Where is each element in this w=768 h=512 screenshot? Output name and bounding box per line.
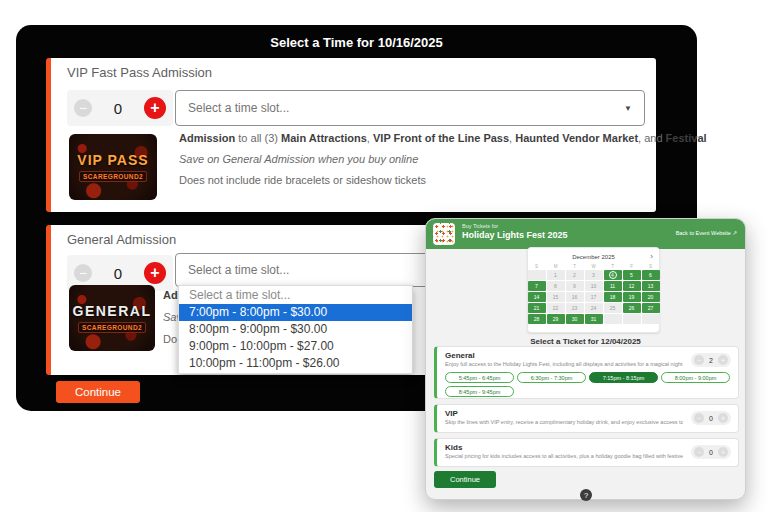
minus-icon[interactable]: −	[74, 99, 92, 117]
calendar-day[interactable]: 13	[642, 281, 660, 291]
plus-icon[interactable]: +	[144, 97, 166, 119]
calendar-day-grid: 1234567891011121314151617181920212223242…	[528, 270, 659, 324]
general-select-placeholder: Select a time slot...	[188, 263, 289, 277]
time-slot-pill-selected[interactable]: 7:15pm - 8:15pm	[589, 372, 658, 383]
weekday-label: M	[547, 263, 565, 270]
plus-icon[interactable]: +	[718, 447, 728, 457]
general-quantity-value: 0	[114, 265, 122, 282]
general-pass-image: GENERAL SCAREGROUND2	[69, 285, 155, 351]
help-icon[interactable]: ?	[580, 489, 592, 501]
vip-ticket-card: VIP Fast Pass Admission − 0 + Select a t…	[46, 58, 656, 212]
external-link-icon: ↗	[732, 230, 737, 236]
weekday-label: F	[623, 263, 641, 270]
calendar-day: 2	[566, 270, 584, 280]
continue-button[interactable]: Continue	[434, 471, 496, 488]
ticket-description: Enjoy full access to the Holiday Lights …	[445, 361, 683, 367]
vip-description-line2: Save on General Admission when you buy o…	[179, 153, 418, 165]
plus-icon[interactable]: +	[144, 262, 166, 284]
chevron-down-icon: ▼	[624, 104, 632, 113]
time-slot-pill[interactable]: 5:45pm - 6:45pm	[445, 372, 514, 383]
calendar-day[interactable]: 20	[642, 292, 660, 302]
widget-header-text: Buy Tickets for Holiday Lights Fest 2025	[462, 223, 568, 240]
general-quantity-stepper: − 2 +	[691, 353, 731, 367]
calendar-day-selected[interactable]: 4	[604, 270, 622, 280]
calendar-day-empty	[604, 314, 622, 324]
weekday-label: T	[604, 263, 622, 270]
ticket-description: Skip the lines with VIP entry, receive a…	[445, 419, 683, 425]
scareground-logo: SCAREGROUND2	[78, 322, 146, 333]
calendar-day[interactable]: 19	[623, 292, 641, 302]
vip-select-placeholder: Select a time slot...	[188, 101, 289, 115]
general-image-title: GENERAL	[73, 303, 152, 319]
description-segment: Admission	[179, 132, 235, 144]
description-segment: Haunted Vendor Market	[515, 132, 638, 144]
calendar-day[interactable]: 5	[623, 270, 641, 280]
kids-quantity-stepper: − 0 +	[691, 445, 731, 459]
back-link-label: Back to Event Website	[676, 230, 731, 236]
calendar-day: 23	[566, 303, 584, 313]
calendar-day: 1	[547, 270, 565, 280]
time-slot-pills: 5:45pm - 6:45pm6:30pm - 7:30pm7:15pm - 8…	[445, 372, 737, 397]
weekday-label: S	[642, 263, 660, 270]
vip-time-slot-select[interactable]: Select a time slot... ▼	[175, 90, 645, 126]
calendar-day[interactable]: 26	[623, 303, 641, 313]
ticket-card-vip: VIP Skip the lines with VIP entry, recei…	[434, 404, 739, 433]
scareground-logo: SCAREGROUND2	[79, 171, 147, 182]
calendar-day[interactable]: 12	[623, 281, 641, 291]
plus-icon[interactable]: +	[718, 355, 728, 365]
calendar-day: 22	[547, 303, 565, 313]
minus-icon[interactable]: −	[694, 447, 704, 457]
calendar-day-empty	[528, 270, 546, 280]
header-eyebrow: Buy Tickets for	[462, 223, 568, 229]
calendar-day[interactable]: 29	[547, 314, 565, 324]
calendar-day[interactable]: 18	[604, 292, 622, 302]
weekday-label: T	[566, 263, 584, 270]
calendar-day-empty	[623, 314, 641, 324]
calendar-day[interactable]: 14	[528, 292, 546, 302]
time-slot-option[interactable]: 10:00pm - 11:00pm - $26.00	[179, 355, 412, 372]
back-to-event-website-link[interactable]: Back to Event Website ↗	[676, 230, 737, 236]
calendar-day: 3	[585, 270, 603, 280]
time-slot-dropdown-menu: Select a time slot...7:00pm - 8:00pm - $…	[178, 285, 413, 374]
calendar-day[interactable]: 7	[528, 281, 546, 291]
description-segment: Festival	[666, 132, 707, 144]
time-slot-option[interactable]: Select a time slot...	[179, 287, 412, 304]
vip-description-line1: Admission to all (3) Main Attractions, V…	[179, 132, 707, 144]
time-slot-pill[interactable]: 8:00pm - 9:00pm	[661, 372, 730, 383]
calendar-day: 24	[585, 303, 603, 313]
modal-title: Select a Time for 10/16/2025	[16, 35, 697, 50]
calendar-day[interactable]: 27	[642, 303, 660, 313]
vip-quantity-value: 0	[709, 415, 713, 422]
vip-quantity-stepper: − 0 +	[691, 411, 731, 425]
select-ticket-title: Select a Ticket for 12/04/2025	[426, 337, 745, 346]
ticket-description: Special pricing for kids includes access…	[445, 453, 683, 459]
event-title: Holiday Lights Fest 2025	[462, 230, 568, 240]
ticket-card-general: General Enjoy full access to the Holiday…	[434, 346, 739, 399]
widget-header: Buy Tickets for Holiday Lights Fest 2025…	[426, 219, 745, 249]
description-segment: Main Attractions	[281, 132, 367, 144]
calendar-day[interactable]: 30	[566, 314, 584, 324]
plus-icon[interactable]: +	[718, 413, 728, 423]
continue-button[interactable]: Continue	[56, 381, 140, 403]
general-quantity-value: 2	[709, 357, 713, 364]
time-slot-option[interactable]: 8:00pm - 9:00pm - $30.00	[179, 321, 412, 338]
vip-image-title: VIP PASS	[77, 152, 148, 168]
calendar-day[interactable]: 6	[642, 270, 660, 280]
minus-icon[interactable]: −	[694, 413, 704, 423]
minus-icon[interactable]: −	[694, 355, 704, 365]
calendar-day[interactable]: 11	[604, 281, 622, 291]
calendar-day[interactable]: 31	[585, 314, 603, 324]
time-slot-pill[interactable]: 8:45pm - 9:45pm	[445, 386, 514, 397]
time-slot-pill[interactable]: 6:30pm - 7:30pm	[517, 372, 586, 383]
next-month-icon[interactable]: ›	[650, 251, 653, 263]
calendar-day[interactable]: 28	[528, 314, 546, 324]
time-slot-option[interactable]: 9:00pm - 10:00pm - $27.00	[179, 338, 412, 355]
minus-icon[interactable]: −	[74, 264, 92, 282]
calendar-day-empty	[642, 314, 660, 324]
holiday-lights-widget: Buy Tickets for Holiday Lights Fest 2025…	[425, 218, 746, 500]
calendar-day[interactable]: 21	[528, 303, 546, 313]
time-slot-option[interactable]: 7:00pm - 8:00pm - $30.00	[179, 304, 412, 321]
calendar-day: 10	[585, 281, 603, 291]
calendar-weekday-row: SMTWTFS	[528, 263, 659, 270]
description-segment: to all (3)	[235, 132, 281, 144]
